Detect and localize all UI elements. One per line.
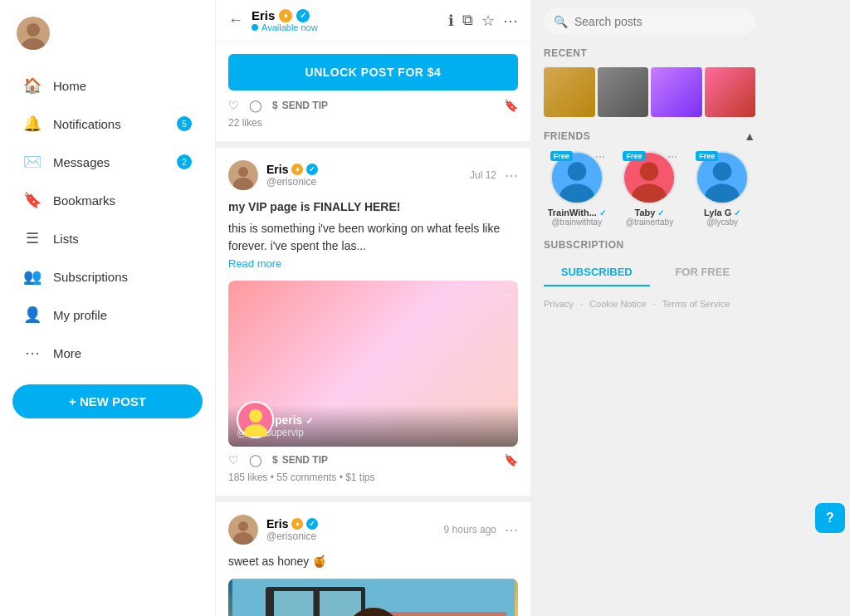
heart-icon-2: ♡: [228, 453, 239, 467]
post-user-info-3: Eris ♦ ✓ @erisonice: [266, 517, 436, 542]
feed: ← Eris ♦ ✓ Available now ℹ ⧉ ☆ ⋯: [216, 0, 531, 616]
sidebar-item-home[interactable]: 🏠 Home: [7, 67, 208, 104]
dislike-button-2[interactable]: ◯: [249, 453, 262, 467]
friends-header: FRIENDS ▲: [544, 130, 755, 143]
dislike-button[interactable]: ◯: [249, 99, 262, 112]
footer-links: Privacy · Cookie Notice · Terms of Servi…: [544, 299, 755, 309]
terms-link[interactable]: Terms of Service: [662, 299, 730, 309]
subscribed-tab[interactable]: SUBSCRIBED: [544, 259, 650, 286]
media-more-button[interactable]: ⋯: [498, 287, 511, 303]
share-icon[interactable]: ⧉: [462, 12, 473, 29]
bookmark-button-2[interactable]: 🔖: [504, 453, 518, 467]
recent-grid: [544, 67, 755, 117]
recent-thumb-2[interactable]: [598, 67, 649, 117]
send-tip-button[interactable]: $ SEND TIP: [272, 100, 328, 111]
sidebar-item-label: More: [53, 346, 81, 360]
sidebar-item-label: Messages: [53, 155, 110, 169]
profile-icon: 👤: [23, 306, 42, 324]
star-icon[interactable]: ☆: [481, 12, 495, 30]
post-actions-2: ♡ ◯ $ SEND TIP 🔖: [228, 453, 518, 467]
subscription-title: SUBSCRIPTION: [544, 239, 755, 251]
sidebar-item-profile[interactable]: 👤 My profile: [7, 296, 208, 333]
messages-icon: ✉️: [23, 153, 42, 171]
read-more-button[interactable]: Read more: [228, 257, 281, 270]
friends-grid: Free ⋯ TrainWith... ✓ @trainwithtay Fr: [544, 151, 755, 227]
friend-more-2[interactable]: ⋯: [667, 151, 677, 163]
cookie-notice-link[interactable]: Cookie Notice: [589, 299, 646, 309]
sidebar-item-bookmarks[interactable]: 🔖 Bookmarks: [7, 182, 208, 218]
friend-handle-1: @trainwithtay: [544, 218, 610, 227]
info-icon[interactable]: ℹ: [448, 12, 454, 30]
dollar-icon-2: $: [272, 454, 278, 466]
for-free-tab[interactable]: FOR FREE: [650, 259, 756, 285]
verified-check-icon-3: ✓: [306, 518, 318, 530]
new-post-button[interactable]: + NEW POST: [12, 384, 203, 418]
sidebar-item-label: Subscriptions: [53, 270, 128, 284]
privacy-link[interactable]: Privacy: [544, 299, 574, 309]
sidebar-item-subscriptions[interactable]: 👥 Subscriptions: [7, 258, 208, 295]
sidebar: 🏠 Home 🔔 Notifications 5 ✉️ Messages 2 🔖…: [0, 0, 216, 616]
friend-more-1[interactable]: ⋯: [595, 151, 605, 163]
svg-point-37: [713, 162, 732, 181]
sidebar-item-lists[interactable]: ☰ Lists: [7, 220, 208, 257]
svg-point-7: [249, 409, 262, 423]
post-body: this is something i've been working on w…: [228, 220, 518, 255]
honey-image: [228, 579, 518, 616]
search-box[interactable]: 🔍: [544, 8, 755, 35]
svg-rect-15: [320, 591, 361, 616]
vip-post-card: Eris ♦ ✓ @erisonice Jul 12 ⋯ my VIP page…: [216, 148, 530, 502]
sidebar-item-more[interactable]: ⋯ More: [7, 335, 208, 371]
post-more-button[interactable]: ⋯: [505, 168, 518, 183]
post-header: Eris ♦ ✓ @erisonice Jul 12 ⋯: [228, 160, 518, 190]
svg-rect-18: [374, 612, 506, 616]
help-button[interactable]: ?: [815, 503, 845, 533]
sidebar-item-messages[interactable]: ✉️ Messages 2: [7, 144, 208, 180]
svg-point-31: [568, 162, 587, 181]
svg-point-10: [238, 521, 248, 531]
bookmark-button[interactable]: 🔖: [504, 99, 518, 112]
friend-card-3: Free Lyla G ✓ @lycsby: [689, 151, 755, 227]
friend-handle-2: @trainertaby: [617, 218, 683, 227]
back-button[interactable]: ←: [228, 12, 243, 29]
subscription-section: SUBSCRIPTION SUBSCRIBED FOR FREE: [544, 239, 755, 286]
svg-point-1: [27, 23, 40, 37]
friend-card-1: Free ⋯ TrainWith... ✓ @trainwithtay: [544, 151, 610, 227]
post-user-info: Eris ♦ ✓ @erisonice: [266, 163, 462, 188]
thumbs-down-icon: ◯: [249, 99, 262, 112]
search-input[interactable]: [574, 15, 745, 28]
messages-badge: 2: [177, 154, 192, 169]
post-more-button-3[interactable]: ⋯: [505, 522, 518, 538]
search-icon: 🔍: [554, 15, 568, 28]
more-icon: ⋯: [23, 344, 42, 362]
recent-thumb-1[interactable]: [544, 67, 595, 117]
thumbs-down-icon-2: ◯: [249, 453, 262, 467]
verified-gold-icon: ♦: [291, 164, 303, 175]
sidebar-item-label: Notifications: [53, 117, 121, 131]
like-button-2[interactable]: ♡: [228, 453, 239, 467]
home-icon: 🏠: [23, 76, 42, 95]
verified-check-icon: ✓: [306, 164, 318, 175]
sidebar-item-label: Bookmarks: [53, 193, 115, 208]
like-button[interactable]: ♡: [228, 99, 239, 112]
recent-thumb-4[interactable]: [705, 67, 756, 117]
send-tip-button-2[interactable]: $ SEND TIP: [272, 454, 328, 466]
sidebar-item-notifications[interactable]: 🔔 Notifications 5: [7, 105, 208, 142]
status-dot: [252, 24, 258, 31]
recent-thumb-3[interactable]: [651, 67, 702, 117]
heart-icon: ♡: [228, 99, 239, 112]
collapse-icon[interactable]: ▲: [744, 130, 755, 143]
notification-badge: 5: [177, 116, 192, 131]
sidebar-logo: [0, 8, 215, 66]
verified-gold-icon-3: ♦: [291, 518, 303, 530]
svg-rect-14: [274, 591, 315, 616]
list-icon: ☰: [23, 229, 42, 247]
more-options-icon[interactable]: ⋯: [503, 12, 518, 30]
friend-name-3: Lyla G ✓: [689, 208, 755, 218]
post-content-3: sweet as honey 🍯: [228, 553, 518, 570]
unlock-post-button[interactable]: UNLOCK POST FOR $4: [228, 54, 518, 90]
post-header-3: Eris ♦ ✓ @erisonice 9 hours ago ⋯: [228, 515, 518, 545]
creator-verified-icon: ✓: [305, 415, 314, 427]
friend-verified-1: ✓: [599, 208, 606, 218]
friend-verified-2: ✓: [657, 208, 664, 218]
post-handle-3: @erisonice: [266, 530, 436, 542]
